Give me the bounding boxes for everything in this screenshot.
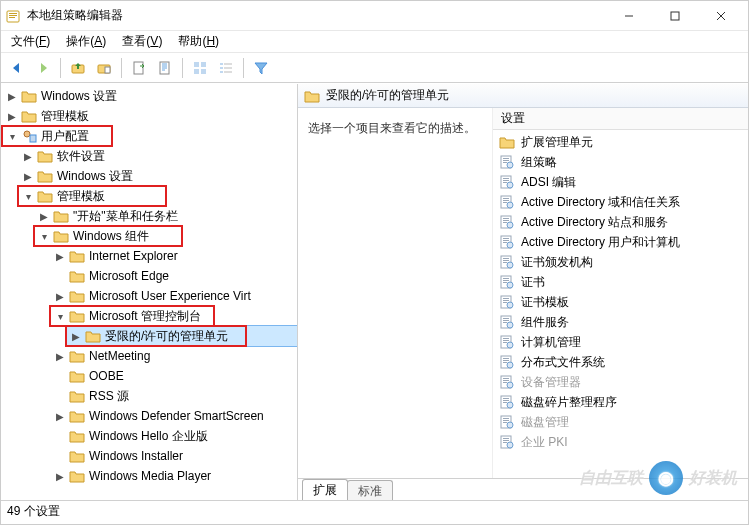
chevron-right-icon[interactable]: ▶: [53, 469, 67, 483]
maximize-button[interactable]: [652, 1, 698, 31]
chevron-right-icon[interactable]: ▶: [21, 169, 35, 183]
tree-item-hello[interactable]: ▶Windows Hello 企业版: [51, 426, 297, 446]
tree-item-restricted[interactable]: ▶受限的/许可的管理单元: [67, 326, 297, 346]
chevron-down-icon[interactable]: ▾: [53, 309, 67, 323]
list-item[interactable]: ADSI 编辑: [493, 172, 748, 192]
tree-item-admin-templates[interactable]: ▾管理模板: [19, 186, 297, 206]
chevron-down-icon[interactable]: ▾: [21, 189, 35, 203]
chevron-right-icon[interactable]: ▶: [53, 349, 67, 363]
svg-point-23: [24, 131, 30, 137]
properties-button[interactable]: [92, 56, 116, 80]
tree-item-defender[interactable]: ▶Windows Defender SmartScreen: [51, 406, 297, 426]
list-item[interactable]: Active Directory 用户和计算机: [493, 232, 748, 252]
tree-item-windows-components[interactable]: ▾Windows 组件: [35, 226, 297, 246]
tree-item-installer[interactable]: ▶Windows Installer: [51, 446, 297, 466]
list-item[interactable]: 证书: [493, 272, 748, 292]
svg-rect-28: [503, 162, 507, 163]
toolbar-sep: [121, 58, 122, 78]
folder-icon: [69, 349, 85, 363]
tree-item-ie[interactable]: ▶Internet Explorer: [51, 246, 297, 266]
forward-button[interactable]: [31, 56, 55, 80]
statusbar: 49 个设置: [1, 500, 748, 522]
tree-item-admin-templates-top[interactable]: ▶ 管理模板: [3, 106, 297, 126]
chevron-right-icon[interactable]: ▶: [21, 149, 35, 163]
list-item-label: Active Directory 域和信任关系: [521, 194, 680, 211]
list-item[interactable]: 组件服务: [493, 312, 748, 332]
chevron-right-icon[interactable]: ▶: [69, 329, 83, 343]
refresh-button[interactable]: [153, 56, 177, 80]
list-item[interactable]: Active Directory 站点和服务: [493, 212, 748, 232]
chevron-right-icon[interactable]: ▶: [53, 289, 67, 303]
list-item[interactable]: 证书颁发机构: [493, 252, 748, 272]
svg-point-94: [507, 422, 513, 428]
menu-file[interactable]: 文件(F): [5, 31, 56, 52]
up-button[interactable]: [66, 56, 90, 80]
tree-item-media-player[interactable]: ▶Windows Media Player: [51, 466, 297, 486]
policy-icon: [499, 355, 515, 369]
policy-icon: [499, 175, 515, 189]
list-item-label: 扩展管理单元: [521, 134, 593, 151]
detail-pane: 受限的/许可的管理单元 选择一个项目来查看它的描述。 设置 扩展管理单元组策略A…: [298, 84, 748, 500]
menu-action[interactable]: 操作(A): [60, 31, 112, 52]
svg-rect-13: [194, 62, 199, 67]
menu-view[interactable]: 查看(V): [116, 31, 168, 52]
list-item[interactable]: 磁盘碎片整理程序: [493, 392, 748, 412]
svg-rect-36: [503, 198, 509, 199]
column-header-settings[interactable]: 设置: [493, 108, 748, 130]
back-button[interactable]: [5, 56, 29, 80]
close-button[interactable]: [698, 1, 744, 31]
list-item[interactable]: 分布式文件系统: [493, 352, 748, 372]
chevron-down-icon[interactable]: ▾: [37, 229, 51, 243]
chevron-right-icon[interactable]: ▶: [53, 249, 67, 263]
tree-item-software-settings[interactable]: ▶软件设置: [19, 146, 297, 166]
tree-pane[interactable]: ▶ Windows 设置 ▶ 管理模板 ▾: [1, 84, 298, 500]
tree-item-netmeeting[interactable]: ▶NetMeeting: [51, 346, 297, 366]
chevron-right-icon[interactable]: ▶: [5, 89, 19, 103]
svg-rect-18: [224, 63, 232, 65]
list-item[interactable]: 企业 PKI: [493, 432, 748, 452]
chevron-right-icon[interactable]: ▶: [37, 209, 51, 223]
tab-standard[interactable]: 标准: [347, 480, 393, 500]
list-button[interactable]: [214, 56, 238, 80]
menu-help[interactable]: 帮助(H): [172, 31, 225, 52]
tree-item-ux-virt[interactable]: ▶Microsoft User Experience Virt: [51, 286, 297, 306]
svg-rect-47: [503, 240, 509, 241]
list-item-label: 磁盘碎片整理程序: [521, 394, 617, 411]
chevron-right-icon[interactable]: ▶: [53, 409, 67, 423]
tab-extended[interactable]: 扩展: [302, 479, 348, 500]
svg-rect-52: [503, 260, 509, 261]
policy-icon: [499, 275, 515, 289]
svg-rect-83: [503, 382, 507, 383]
list-item[interactable]: 计算机管理: [493, 332, 748, 352]
tree-item-rss[interactable]: ▶RSS 源: [51, 386, 297, 406]
list-item[interactable]: 扩展管理单元: [493, 132, 748, 152]
list-item[interactable]: 组策略: [493, 152, 748, 172]
minimize-button[interactable]: [606, 1, 652, 31]
tree-item-user-config[interactable]: ▾ 用户配置: [3, 126, 297, 146]
toolbar: [1, 53, 748, 83]
svg-point-84: [507, 382, 513, 388]
large-icons-button[interactable]: [188, 56, 212, 80]
tree-item-oobe[interactable]: ▶OOBE: [51, 366, 297, 386]
list-item[interactable]: Active Directory 域和信任关系: [493, 192, 748, 212]
list-item-label: 分布式文件系统: [521, 354, 605, 371]
chevron-down-icon[interactable]: ▾: [5, 129, 19, 143]
svg-point-99: [507, 442, 513, 448]
tree-item-start-taskbar[interactable]: ▶"开始"菜单和任务栏: [35, 206, 297, 226]
list-item-label: 设备管理器: [521, 374, 581, 391]
tree-item-windows-settings2[interactable]: ▶Windows 设置: [19, 166, 297, 186]
svg-rect-46: [503, 238, 509, 239]
list-item[interactable]: 磁盘管理: [493, 412, 748, 432]
chevron-right-icon[interactable]: ▶: [5, 109, 19, 123]
export-button[interactable]: [127, 56, 151, 80]
tree-item-mmc[interactable]: ▾Microsoft 管理控制台: [51, 306, 297, 326]
tree-item-windows-settings[interactable]: ▶ Windows 设置: [3, 86, 297, 106]
policy-icon: [499, 215, 515, 229]
svg-rect-53: [503, 262, 507, 263]
list-item[interactable]: 设备管理器: [493, 372, 748, 392]
svg-point-44: [507, 222, 513, 228]
filter-button[interactable]: [249, 56, 273, 80]
list-item[interactable]: 证书模板: [493, 292, 748, 312]
svg-point-69: [507, 322, 513, 328]
tree-item-edge[interactable]: ▶Microsoft Edge: [51, 266, 297, 286]
